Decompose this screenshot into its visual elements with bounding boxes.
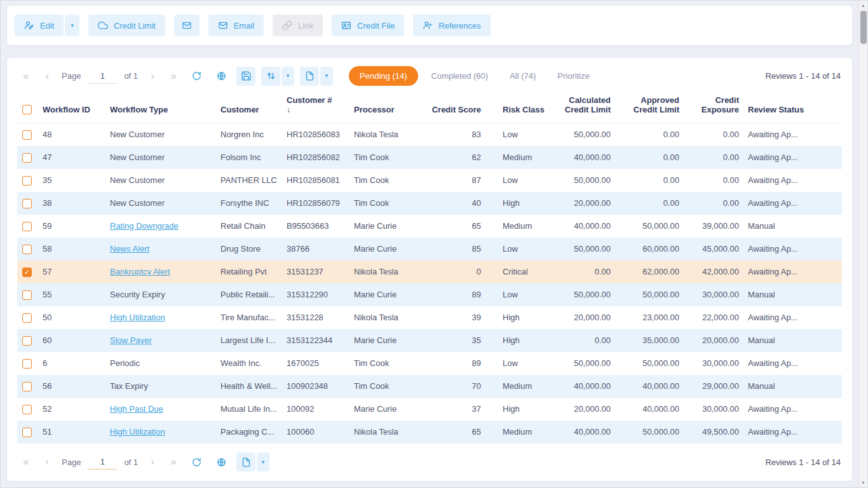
page-input[interactable] [88,69,117,84]
first-page-button[interactable]: « [18,68,34,85]
column-label: Calculated Credit Limit [565,95,611,114]
column-header-calculated-credit-limit[interactable]: Calculated Credit Limit [553,93,616,123]
review-status: Awaiting Ap... [748,152,798,162]
row-checkbox[interactable] [22,382,32,391]
credit-score: 37 [472,404,481,414]
risk-class: Medium [503,152,532,162]
row-checkbox[interactable] [22,153,32,163]
risk-class: Low [503,244,518,254]
refresh-button[interactable] [187,67,206,86]
row-checkbox[interactable] [22,222,32,231]
last-page-button-bottom[interactable]: » [166,454,181,470]
workflow-id: 38 [43,198,51,208]
credit-file-button[interactable]: Credit File [332,15,404,36]
edit-button[interactable]: Edit [15,15,64,36]
credit-exposure: 0.00 [723,152,739,162]
column-header-workflow-id[interactable]: Workflow ID [39,93,106,123]
column-label: Risk Class [503,105,545,114]
row-checkbox[interactable] [22,290,32,300]
last-page-button[interactable]: » [166,68,181,85]
column-header-processor[interactable]: Processor [350,93,425,123]
row-checkbox[interactable] [22,199,32,208]
prev-page-button-bottom[interactable]: ‹ [39,454,55,470]
tab-completed[interactable]: Completed (60) [423,67,497,85]
references-button[interactable]: References [413,15,490,36]
workflow-type-link[interactable]: Rating Downgrade [110,221,179,231]
table-row[interactable]: 59Rating DowngradeRetail ChainB95503663M… [17,215,842,238]
email-button[interactable]: Email [208,15,264,36]
table-row[interactable]: ✓57Bankruptcy AlertRetailing Pvt31531237… [17,261,842,283]
tab-all[interactable]: All (74) [501,67,544,85]
table-row[interactable]: 52High Past DueMutual Life In...100092Ma… [17,398,842,421]
first-page-button-bottom[interactable]: « [18,454,34,470]
column-header-approved-credit-limit[interactable]: Approved Credit Limit [616,93,684,123]
refresh-button-bottom[interactable] [187,452,206,471]
prev-page-button[interactable]: ‹ [39,68,55,85]
table-row[interactable]: 60Slow PayerLargest Life I...3153122344M… [17,329,842,352]
workflow-type-link[interactable]: Slow Payer [110,336,152,345]
approved-credit-limit: 0.00 [663,152,679,162]
table-row[interactable]: 58News AlertDrug Store38766Marie Curie85… [17,238,842,261]
row-checkbox[interactable] [22,245,32,254]
workflow-type-link[interactable]: High Utilization [110,427,165,437]
column-header-review-status[interactable]: Review Status [744,93,842,123]
row-checkbox[interactable] [22,176,32,186]
reload-all-button-bottom[interactable] [212,452,231,471]
workflow-type-link[interactable]: High Utilization [110,313,165,322]
table-row[interactable]: 50High UtilizationTire Manufac...3153122… [17,306,842,329]
row-checkbox[interactable] [22,130,32,140]
table-row[interactable]: 55Security ExpiryPublic Retaili...315312… [17,283,842,306]
scroll-down-icon[interactable]: ▼ [859,478,867,487]
processor: Nikola Tesla [354,427,398,437]
save-layout-button[interactable] [236,67,255,86]
table-row[interactable]: 51High UtilizationPackaging C...100060Ni… [17,421,842,444]
link-icon [282,20,292,30]
export-button[interactable] [300,67,319,86]
sort-split-button: ▾ [261,67,294,86]
next-page-button[interactable]: › [145,68,160,85]
tab-prioritize[interactable]: Prioritize [549,67,598,85]
select-all-checkbox[interactable] [22,105,32,114]
export-dropdown-button[interactable]: ▾ [320,67,333,86]
row-checkbox[interactable] [22,359,32,369]
column-header-credit-exposure[interactable]: Credit Exposure [684,93,744,123]
credit-score: 70 [472,381,481,391]
column-header-credit-score[interactable]: Credit Score [425,93,486,123]
window-scrollbar[interactable]: ▲ ▼ [858,1,867,487]
column-header-risk-class[interactable]: Risk Class [486,93,553,123]
table-row[interactable]: 35New CustomerPANTHER LLCHR102856081Tim … [17,169,842,192]
column-header-customer[interactable]: Customer [217,93,283,123]
row-checkbox[interactable] [22,336,32,346]
edit-dropdown-button[interactable]: ▾ [65,15,79,36]
row-checkbox[interactable]: ✓ [22,268,32,277]
scroll-up-icon[interactable]: ▲ [859,1,867,10]
customer-name: Tire Manufac... [220,313,275,322]
row-checkbox[interactable] [22,428,32,437]
tab-pending[interactable]: Pending (14) [349,66,417,86]
send-message-button[interactable] [174,15,200,36]
sort-dropdown-button[interactable]: ▾ [281,67,294,86]
workflow-type-link[interactable]: Bankruptcy Alert [110,267,170,276]
table-row[interactable]: 6PeriodicWealth Inc.1670025Tim Cook89Low… [17,352,842,375]
sort-desc-icon: ↓ [287,105,345,114]
page-input-bottom[interactable] [88,454,117,470]
export-dropdown-button-bottom[interactable]: ▾ [257,452,269,471]
workflow-type-link[interactable]: High Past Due [110,404,163,414]
row-checkbox[interactable] [22,405,32,414]
table-row[interactable]: 48New CustomerNorgren IncHR102856083Niko… [17,123,842,146]
calculated-credit-limit: 20,000.00 [574,404,611,414]
table-row[interactable]: 47New CustomerFolsom IncHR102856082Tim C… [17,146,842,169]
column-header-customer[interactable]: Customer #↓ [283,93,350,123]
scrollbar-thumb[interactable] [860,11,867,44]
workflow-type-link[interactable]: News Alert [110,244,149,254]
next-page-button-bottom[interactable]: › [145,454,160,470]
reload-all-button[interactable] [212,67,231,86]
export-button-bottom[interactable] [236,452,255,471]
table-row[interactable]: 38New CustomerForsythe INCHR102856079Tim… [17,192,842,215]
chevron-down-icon: ▾ [287,73,290,79]
table-row[interactable]: 56Tax ExpiryHealth & Well...100902348Tim… [17,375,842,398]
credit-limit-button[interactable]: Credit Limit [88,15,165,36]
sort-button[interactable] [261,67,280,86]
column-header-workflow-type[interactable]: Workflow Type [106,93,217,123]
row-checkbox[interactable] [22,313,32,323]
